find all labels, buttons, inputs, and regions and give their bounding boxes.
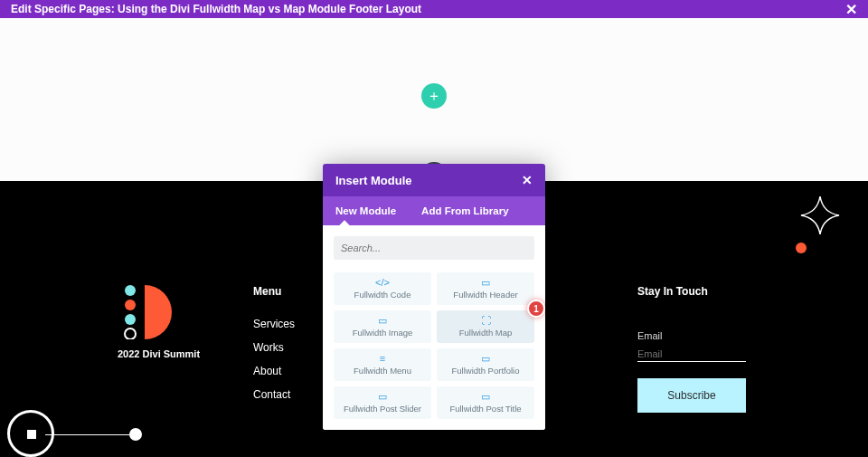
svg-point-1: [125, 300, 136, 310]
summit-logo-icon: [118, 285, 188, 339]
footer-link-services[interactable]: Services: [253, 318, 295, 330]
builder-canvas: ＋ ＋: [0, 18, 868, 181]
module-item-fullwidth-header[interactable]: ▭Fullwidth Header: [437, 272, 534, 305]
module-label: Fullwidth Menu: [354, 366, 411, 376]
footer-link-works[interactable]: Works: [253, 341, 295, 354]
stay-heading: Stay In Touch: [637, 285, 746, 298]
menu-heading: Menu: [253, 285, 295, 298]
modal-title: Insert Module: [335, 174, 412, 187]
bottom-left-circle-decoration: [7, 410, 54, 457]
module-icon: ≡: [380, 354, 385, 364]
add-section-button[interactable]: ＋: [421, 83, 447, 109]
module-item-fullwidth-portfolio[interactable]: ▭Fullwidth Portfolio: [437, 348, 534, 381]
email-label: Email: [637, 330, 746, 341]
svg-point-3: [125, 328, 136, 339]
footer-logo-block: 2022 Divi Summit: [118, 285, 200, 359]
modal-tabs: New Module Add From Library: [323, 196, 545, 225]
tab-add-from-library[interactable]: Add From Library: [409, 196, 521, 225]
module-grid: </>Fullwidth Code▭Fullwidth Header▭Fullw…: [334, 272, 534, 419]
callout-badge: 1: [527, 300, 545, 318]
tab-new-module[interactable]: New Module: [323, 196, 409, 225]
module-label: Fullwidth Post Title: [449, 404, 521, 414]
module-item-fullwidth-image[interactable]: ▭Fullwidth Image: [334, 310, 431, 343]
module-icon: ⛶: [481, 316, 491, 326]
module-search-input[interactable]: [334, 236, 534, 260]
modal-header: Insert Module ✕: [323, 164, 545, 196]
logo-caption: 2022 Divi Summit: [118, 348, 200, 359]
module-label: Fullwidth Code: [354, 290, 411, 300]
diamond-decoration-icon: [799, 195, 841, 236]
page-title-bar: Edit Specific Pages: Using the Divi Full…: [0, 0, 868, 18]
module-icon: ▭: [481, 354, 490, 364]
module-icon: ▭: [481, 278, 490, 288]
insert-module-modal: Insert Module ✕ New Module Add From Libr…: [323, 164, 545, 430]
module-icon: ▭: [378, 392, 387, 402]
module-label: Fullwidth Header: [453, 290, 517, 300]
page-title: Edit Specific Pages: Using the Divi Full…: [11, 3, 421, 15]
bottom-left-dot-decoration: [129, 428, 142, 441]
module-label: Fullwidth Post Slider: [344, 404, 421, 414]
email-field[interactable]: [637, 347, 746, 362]
module-icon: ▭: [481, 392, 490, 402]
module-item-fullwidth-menu[interactable]: ≡Fullwidth Menu: [334, 348, 431, 381]
module-item-fullwidth-post-title[interactable]: ▭Fullwidth Post Title: [437, 386, 534, 419]
svg-point-2: [125, 314, 136, 325]
footer-link-contact[interactable]: Contact: [253, 388, 295, 401]
bottom-left-line-decoration: [45, 434, 132, 435]
module-item-fullwidth-code[interactable]: </>Fullwidth Code: [334, 272, 431, 305]
module-item-fullwidth-map[interactable]: ⛶Fullwidth Map1: [437, 310, 534, 343]
module-label: Fullwidth Map: [459, 328, 513, 338]
orange-dot-decoration: [796, 243, 807, 253]
module-item-fullwidth-post-slider[interactable]: ▭Fullwidth Post Slider: [334, 386, 431, 419]
module-label: Fullwidth Image: [353, 328, 413, 338]
module-icon: </>: [375, 278, 390, 288]
module-icon: ▭: [378, 316, 387, 326]
close-icon[interactable]: ✕: [845, 1, 857, 18]
subscribe-button[interactable]: Subscribe: [637, 378, 746, 413]
modal-body: </>Fullwidth Code▭Fullwidth Header▭Fullw…: [323, 225, 545, 430]
modal-close-icon[interactable]: ✕: [522, 173, 533, 187]
footer-link-about[interactable]: About: [253, 365, 295, 377]
footer-subscribe: Stay In Touch Email Subscribe: [637, 285, 746, 413]
svg-point-0: [125, 285, 136, 296]
module-label: Fullwidth Portfolio: [452, 366, 520, 376]
footer-menu: Menu Services Works About Contact: [253, 285, 295, 412]
